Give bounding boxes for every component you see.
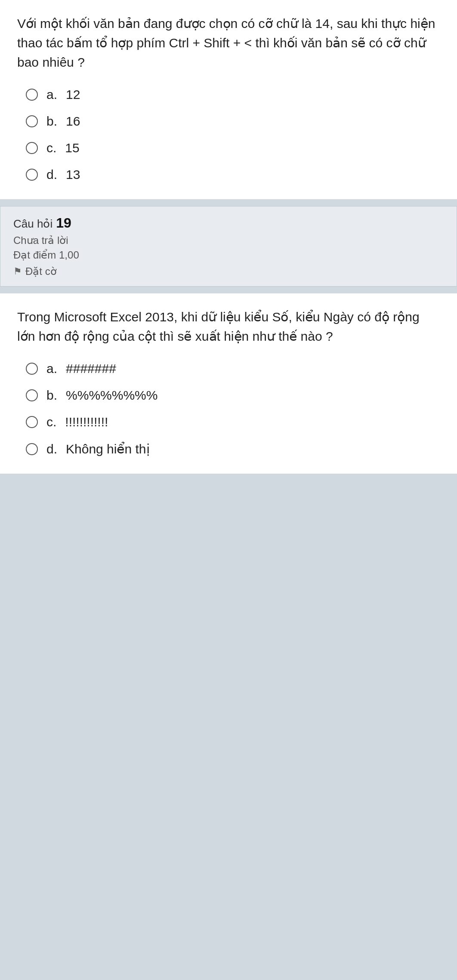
question-label: Câu hỏi (13, 217, 52, 231)
option-item-q19-c[interactable]: c. !!!!!!!!!!!! (26, 415, 440, 429)
option-label-c: c. (46, 141, 56, 155)
radio-q19-d[interactable] (26, 443, 38, 455)
question19-options: a. ####### b. %%%%%%%% c. !!!!!!!!!!!! d… (17, 361, 440, 456)
option-label-b: b. (46, 114, 57, 129)
option-value-c: 15 (65, 141, 79, 155)
question-score: Đạt điểm 1,00 (13, 249, 444, 261)
question19-text: Trong Microsoft Excel 2013, khi dữ liệu … (17, 307, 440, 346)
flag-button[interactable]: ⚑ Đặt cờ (13, 265, 444, 277)
question-number-row: Câu hỏi 19 (13, 215, 444, 231)
option-item-q19-d[interactable]: d. Không hiển thị (26, 441, 440, 456)
question18-text: Với một khối văn bản đang được chọn có c… (17, 14, 440, 72)
radio-a[interactable] (26, 89, 38, 101)
option-label-q19-a: a. (46, 361, 57, 376)
separator-2 (0, 290, 457, 293)
option-value-a: 12 (66, 87, 80, 102)
option-value-d: 13 (66, 167, 80, 182)
option-item-c[interactable]: c. 15 (26, 141, 440, 155)
option-item-b[interactable]: b. 16 (26, 114, 440, 129)
separator-1 (0, 203, 457, 206)
option-value-q19-d: Không hiển thị (66, 441, 149, 456)
question18-block: Với một khối văn bản đang được chọn có c… (0, 0, 457, 199)
score-label: Đạt điểm (13, 249, 59, 261)
option-item-q19-b[interactable]: b. %%%%%%%% (26, 388, 440, 403)
radio-q19-c[interactable] (26, 416, 38, 428)
option-item-a[interactable]: a. 12 (26, 87, 440, 102)
option-item-q19-a[interactable]: a. ####### (26, 361, 440, 376)
radio-q19-b[interactable] (26, 389, 38, 401)
option-label-q19-d: d. (46, 442, 57, 456)
page-container: Với một khối văn bản đang được chọn có c… (0, 0, 457, 474)
option-label-q19-b: b. (46, 388, 57, 403)
option-label-q19-c: c. (46, 415, 56, 429)
question19-block: Trong Microsoft Excel 2013, khi dữ liệu … (0, 293, 457, 474)
question19-info-panel: Câu hỏi 19 Chưa trả lời Đạt điểm 1,00 ⚑ … (0, 206, 457, 287)
radio-q19-a[interactable] (26, 363, 38, 375)
option-value-q19-a: ####### (66, 361, 116, 376)
option-label-a: a. (46, 87, 57, 102)
flag-label: Đặt cờ (25, 265, 57, 277)
question-status: Chưa trả lời (13, 234, 444, 247)
option-label-d: d. (46, 167, 57, 182)
score-value: 1,00 (59, 249, 79, 261)
radio-c[interactable] (26, 142, 38, 154)
radio-d[interactable] (26, 169, 38, 181)
option-value-q19-c: !!!!!!!!!!!! (65, 415, 108, 429)
option-item-d[interactable]: d. 13 (26, 167, 440, 182)
option-value-q19-b: %%%%%%%% (66, 388, 157, 403)
flag-icon: ⚑ (13, 266, 22, 277)
option-value-b: 16 (66, 114, 80, 129)
radio-b[interactable] (26, 115, 38, 127)
question18-options: a. 12 b. 16 c. 15 d. 13 (17, 87, 440, 182)
question-number: 19 (56, 215, 71, 231)
